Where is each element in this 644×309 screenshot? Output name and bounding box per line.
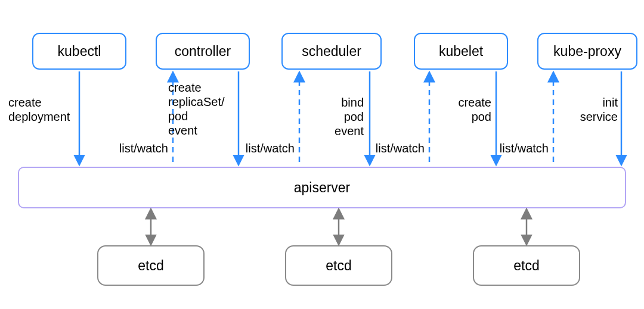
- node-kubelet: kubelet: [414, 33, 508, 70]
- diagram-canvas: kubectl controller scheduler kubelet kub…: [0, 0, 644, 309]
- edge-label-kubelet-down: create pod: [450, 95, 491, 124]
- edge-label-controller-up: list/watch: [109, 141, 168, 155]
- node-label: controller: [175, 43, 231, 60]
- node-controller: controller: [156, 33, 250, 70]
- edge-label-kubeproxy-up: list/watch: [489, 141, 549, 155]
- node-label: scheduler: [302, 43, 361, 60]
- node-label: kubectl: [58, 43, 101, 60]
- edge-label-kubelet-up: list/watch: [365, 141, 425, 155]
- edge-label-create-deployment: create deployment: [8, 95, 80, 124]
- edge-label-scheduler-down: bind pod event: [322, 95, 364, 138]
- node-kubectl: kubectl: [32, 33, 126, 70]
- node-apiserver: apiserver: [18, 167, 626, 208]
- edge-label-controller-down: create replicaSet/ pod event: [168, 80, 246, 138]
- node-etcd-1: etcd: [97, 245, 205, 286]
- node-label: apiserver: [294, 180, 351, 196]
- node-etcd-3: etcd: [473, 245, 580, 286]
- edge-label-scheduler-up: list/watch: [235, 141, 295, 155]
- node-label: etcd: [513, 258, 539, 274]
- node-label: kubelet: [439, 43, 483, 60]
- node-label: etcd: [138, 258, 163, 274]
- edge-label-kubeproxy-down: init service: [571, 95, 618, 124]
- node-label: kube-proxy: [553, 43, 621, 60]
- node-scheduler: scheduler: [281, 33, 382, 70]
- node-etcd-2: etcd: [285, 245, 392, 286]
- node-label: etcd: [326, 258, 351, 274]
- node-kubeproxy: kube-proxy: [537, 33, 637, 70]
